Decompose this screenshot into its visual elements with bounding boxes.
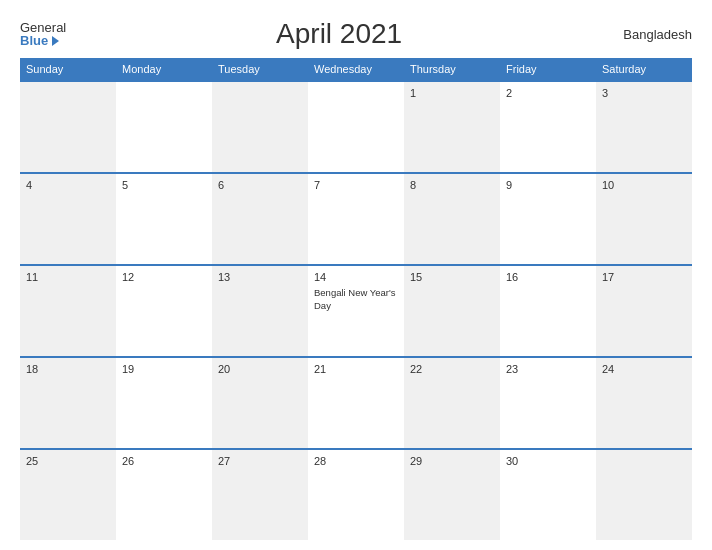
header-tuesday: Tuesday <box>212 58 308 80</box>
day-empty-4 <box>308 82 404 172</box>
day-30: 30 <box>500 450 596 540</box>
day-22: 22 <box>404 358 500 448</box>
country-label: Bangladesh <box>612 27 692 42</box>
calendar-body: 1 2 3 4 5 6 <box>20 80 692 540</box>
calendar: Sunday Monday Tuesday Wednesday Thursday… <box>20 58 692 540</box>
day-12: 12 <box>116 266 212 356</box>
day-15: 15 <box>404 266 500 356</box>
week-1: 1 2 3 <box>20 80 692 172</box>
day-24: 24 <box>596 358 692 448</box>
calendar-title: April 2021 <box>66 18 612 50</box>
header-friday: Friday <box>500 58 596 80</box>
day-empty-end <box>596 450 692 540</box>
day-9: 9 <box>500 174 596 264</box>
logo-triangle-icon <box>52 36 59 46</box>
day-10: 10 <box>596 174 692 264</box>
day-2: 2 <box>500 82 596 172</box>
day-20: 20 <box>212 358 308 448</box>
day-25: 25 <box>20 450 116 540</box>
week-5: 25 26 27 28 29 30 <box>20 448 692 540</box>
day-3: 3 <box>596 82 692 172</box>
day-6: 6 <box>212 174 308 264</box>
day-17: 17 <box>596 266 692 356</box>
calendar-header: Sunday Monday Tuesday Wednesday Thursday… <box>20 58 692 80</box>
week-2: 4 5 6 7 8 9 10 <box>20 172 692 264</box>
day-28: 28 <box>308 450 404 540</box>
day-empty-1 <box>20 82 116 172</box>
day-4: 4 <box>20 174 116 264</box>
header-monday: Monday <box>116 58 212 80</box>
day-23: 23 <box>500 358 596 448</box>
day-11: 11 <box>20 266 116 356</box>
day-27: 27 <box>212 450 308 540</box>
week-3: 11 12 13 14 Bengali New Year's Day 15 16 <box>20 264 692 356</box>
day-13: 13 <box>212 266 308 356</box>
day-7: 7 <box>308 174 404 264</box>
day-empty-2 <box>116 82 212 172</box>
header-thursday: Thursday <box>404 58 500 80</box>
day-19: 19 <box>116 358 212 448</box>
logo: General Blue <box>20 21 66 47</box>
day-21: 21 <box>308 358 404 448</box>
day-18: 18 <box>20 358 116 448</box>
day-8: 8 <box>404 174 500 264</box>
calendar-page: General Blue April 2021 Bangladesh Sunda… <box>0 0 712 550</box>
header-saturday: Saturday <box>596 58 692 80</box>
header: General Blue April 2021 Bangladesh <box>20 18 692 50</box>
logo-blue-text: Blue <box>20 34 59 47</box>
day-29: 29 <box>404 450 500 540</box>
week-4: 18 19 20 21 22 23 24 <box>20 356 692 448</box>
header-sunday: Sunday <box>20 58 116 80</box>
day-empty-3 <box>212 82 308 172</box>
day-5: 5 <box>116 174 212 264</box>
day-16: 16 <box>500 266 596 356</box>
day-1: 1 <box>404 82 500 172</box>
header-wednesday: Wednesday <box>308 58 404 80</box>
day-26: 26 <box>116 450 212 540</box>
day-14: 14 Bengali New Year's Day <box>308 266 404 356</box>
